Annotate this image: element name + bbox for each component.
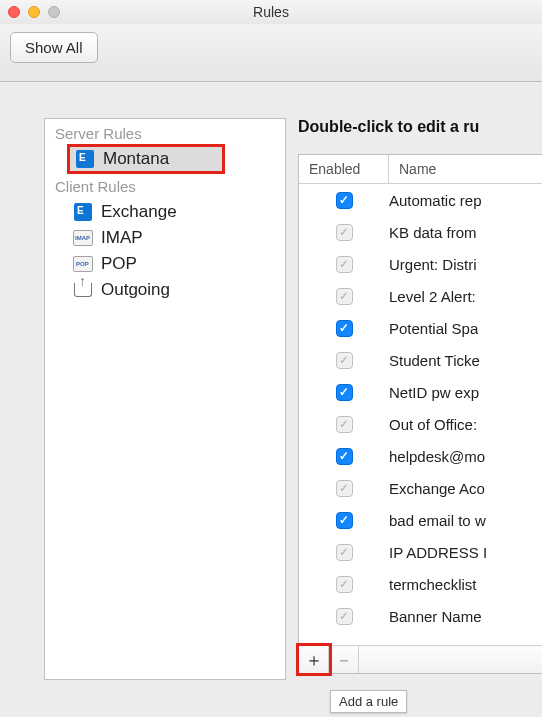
rule-name: Exchange Aco [389, 480, 485, 497]
rule-name: Student Ticke [389, 352, 480, 369]
sidebar: Server Rules Montana Client Rules Exchan… [44, 118, 286, 680]
sidebar-item-exchange[interactable]: Exchange [45, 199, 285, 225]
rule-row[interactable]: helpdesk@mo [299, 440, 542, 472]
rule-row[interactable]: KB data from [299, 216, 542, 248]
rule-enabled-checkbox[interactable] [336, 512, 353, 529]
rules-footer: ＋ － [299, 645, 542, 673]
rule-row[interactable]: Student Ticke [299, 344, 542, 376]
col-header-name[interactable]: Name [389, 155, 542, 183]
rule-enabled-checkbox[interactable] [336, 544, 353, 561]
rule-enabled-checkbox[interactable] [336, 480, 353, 497]
rule-name: NetID pw exp [389, 384, 479, 401]
rule-row[interactable]: Automatic rep [299, 184, 542, 216]
sidebar-item-label: POP [101, 254, 137, 274]
sidebar-item-imap[interactable]: IMAP [45, 225, 285, 251]
exchange-icon [75, 149, 95, 169]
rule-name: IP ADDRESS I [389, 544, 487, 561]
rule-row[interactable]: Exchange Aco [299, 472, 542, 504]
rule-enabled-checkbox[interactable] [336, 320, 353, 337]
imap-icon [73, 228, 93, 248]
rule-enabled-checkbox[interactable] [336, 352, 353, 369]
rule-enabled-checkbox[interactable] [336, 256, 353, 273]
rule-row[interactable]: Out of Office: [299, 408, 542, 440]
rules-list: Automatic repKB data fromUrgent: DistriL… [299, 184, 542, 645]
rule-enabled-checkbox[interactable] [336, 608, 353, 625]
rule-enabled-checkbox[interactable] [336, 288, 353, 305]
remove-rule-button[interactable]: － [329, 646, 359, 673]
rule-name: Automatic rep [389, 192, 482, 209]
sidebar-item-label: Outgoing [101, 280, 170, 300]
rule-name: KB data from [389, 224, 477, 241]
sidebar-item-label: IMAP [101, 228, 143, 248]
close-window-button[interactable] [8, 6, 20, 18]
rule-enabled-checkbox[interactable] [336, 384, 353, 401]
rule-row[interactable]: Banner Name [299, 600, 542, 632]
outgoing-icon [73, 280, 93, 300]
sidebar-item-outgoing[interactable]: Outgoing [45, 277, 285, 303]
rule-name: Potential Spa [389, 320, 478, 337]
toolbar: Show All [0, 24, 542, 82]
rule-name: termchecklist [389, 576, 477, 593]
rules-header: Enabled Name [299, 155, 542, 184]
instruction-text: Double-click to edit a ru [298, 118, 542, 136]
rule-name: Banner Name [389, 608, 482, 625]
col-header-enabled[interactable]: Enabled [299, 155, 389, 183]
rule-name: helpdesk@mo [389, 448, 485, 465]
rule-row[interactable]: Urgent: Distri [299, 248, 542, 280]
sidebar-item-label: Montana [103, 149, 169, 169]
rule-name: Level 2 Alert: [389, 288, 476, 305]
content-area: Server Rules Montana Client Rules Exchan… [0, 82, 542, 680]
rules-pane: Double-click to edit a ru Enabled Name A… [298, 118, 542, 680]
rule-name: Out of Office: [389, 416, 477, 433]
rule-enabled-checkbox[interactable] [336, 448, 353, 465]
highlight-montana: Montana [69, 146, 223, 172]
rule-row[interactable]: Level 2 Alert: [299, 280, 542, 312]
exchange-icon [73, 202, 93, 222]
rule-name: Urgent: Distri [389, 256, 477, 273]
rules-panel: Enabled Name Automatic repKB data fromUr… [298, 154, 542, 674]
sidebar-item-label: Exchange [101, 202, 177, 222]
window-controls [8, 6, 60, 18]
rule-row[interactable]: termchecklist [299, 568, 542, 600]
rule-enabled-checkbox[interactable] [336, 416, 353, 433]
rule-row[interactable]: NetID pw exp [299, 376, 542, 408]
tooltip-add-rule: Add a rule [330, 690, 407, 713]
rule-enabled-checkbox[interactable] [336, 576, 353, 593]
rule-row[interactable]: IP ADDRESS I [299, 536, 542, 568]
show-all-button[interactable]: Show All [10, 32, 98, 63]
rule-row[interactable]: Potential Spa [299, 312, 542, 344]
window-title: Rules [253, 4, 289, 20]
zoom-window-button[interactable] [48, 6, 60, 18]
add-rule-button[interactable]: ＋ [299, 646, 329, 673]
rule-enabled-checkbox[interactable] [336, 224, 353, 241]
rule-row[interactable]: bad email to w [299, 504, 542, 536]
rule-enabled-checkbox[interactable] [336, 192, 353, 209]
sidebar-item-montana[interactable]: Montana [69, 146, 223, 172]
minimize-window-button[interactable] [28, 6, 40, 18]
rule-name: bad email to w [389, 512, 486, 529]
titlebar: Rules [0, 0, 542, 24]
pop-icon [73, 254, 93, 274]
sidebar-section-server: Server Rules [45, 119, 285, 146]
sidebar-section-client: Client Rules [45, 172, 285, 199]
